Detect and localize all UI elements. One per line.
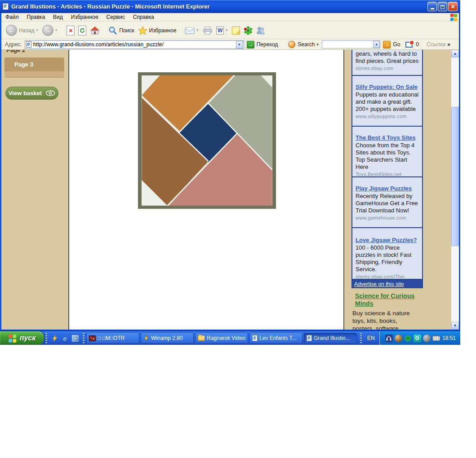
- go2-button[interactable]: → Go: [380, 41, 403, 48]
- favorites-button[interactable]: Избранное: [136, 25, 178, 36]
- ie-page-icon: [252, 335, 258, 341]
- sidebar-item-page2[interactable]: Page 2: [6, 50, 25, 53]
- search-dropdown-icon[interactable]: ▼: [316, 43, 319, 47]
- home-button[interactable]: [88, 25, 102, 36]
- ad-url-link[interactable]: stores.ebay.com: [356, 65, 419, 71]
- ad-url-link[interactable]: www.gamehouse.com: [356, 215, 419, 221]
- task-label: Winamp 2.80: [151, 335, 183, 341]
- go-label: Переход: [257, 41, 278, 48]
- ad-url-link[interactable]: stores.ebay.com/The-Enchante: [356, 273, 419, 280]
- popup-blocker-button[interactable]: 0: [403, 41, 422, 48]
- menu-edit[interactable]: Правка: [23, 13, 49, 21]
- favorites-star-icon: [138, 26, 147, 35]
- page-viewport: Page 2 Page 3 View basket: [1, 50, 459, 330]
- messenger-people-icon: [256, 26, 265, 35]
- menu-favorites[interactable]: Избранное: [67, 13, 102, 21]
- task-label: Grand Illustio...: [314, 335, 350, 341]
- menu-help[interactable]: Справка: [129, 13, 158, 21]
- forward-button[interactable]: → ▼: [40, 24, 60, 37]
- language-indicator[interactable]: EN: [364, 333, 378, 343]
- search-button[interactable]: Поиск: [107, 25, 136, 36]
- toolbar-overflow-chevron[interactable]: »: [447, 41, 450, 48]
- task-button-mirc[interactable]: □ □М□OTR: [86, 333, 139, 344]
- icq-button[interactable]: [242, 25, 254, 36]
- quicklaunch-grip[interactable]: [45, 333, 47, 343]
- ad-title-link[interactable]: Play Jigsaw Puzzles: [356, 185, 419, 192]
- ie-page-icon: [3, 3, 9, 10]
- stop-icon: ×: [67, 26, 75, 35]
- quicklaunch-winamp-icon[interactable]: [51, 335, 58, 342]
- quicklaunch-outlook-icon[interactable]: [71, 335, 79, 342]
- mail-dropdown-icon[interactable]: ▼: [196, 28, 199, 32]
- scroll-up-button[interactable]: ▲: [451, 50, 459, 57]
- refresh-button[interactable]: [76, 25, 88, 36]
- taskbar-clock[interactable]: 18:51: [442, 335, 456, 341]
- tray-volume-icon[interactable]: [423, 335, 431, 342]
- ad-title-link[interactable]: The Best 4 Toys Sites: [356, 134, 419, 141]
- print-icon: [203, 26, 213, 35]
- icq-flower-icon: [244, 26, 253, 35]
- science-ad-block: Science for Curious Minds Buy science & …: [352, 292, 421, 330]
- go2-label: Go: [393, 41, 400, 48]
- messenger-button[interactable]: [254, 26, 267, 35]
- search-field[interactable]: ▼: [322, 40, 380, 48]
- tray-bronze-ball-icon[interactable]: [395, 335, 402, 342]
- language-grip[interactable]: [360, 333, 362, 343]
- page3-label: Page 3: [14, 61, 33, 68]
- start-button[interactable]: пуск: [0, 331, 44, 345]
- toolbar-separator: [180, 25, 181, 36]
- task-button-winamp[interactable]: Winamp 2.80: [141, 333, 194, 344]
- stop-button[interactable]: ×: [65, 25, 76, 36]
- ad-body: gears, wheels & hard to find pieces. Gre…: [356, 50, 419, 65]
- view-basket-button[interactable]: View basket: [5, 87, 58, 100]
- standard-toolbar: ← Назад ▼ → ▼ × Поиск: [1, 22, 459, 39]
- print-button[interactable]: [201, 26, 214, 35]
- edit-word-button[interactable]: W ▼: [214, 26, 230, 35]
- menu-tools[interactable]: Сервис: [102, 13, 129, 21]
- word-dropdown-icon[interactable]: ▼: [225, 28, 228, 32]
- restore-button[interactable]: [438, 2, 447, 11]
- science-ad-body: Buy science & nature toys, kits, books, …: [352, 309, 416, 330]
- sidebar-item-page3[interactable]: Page 3: [4, 57, 64, 71]
- advertise-link[interactable]: Advertise on this site: [354, 281, 404, 287]
- back-label: Назад: [19, 27, 34, 34]
- task-button-ie1[interactable]: Les Enfants T...: [249, 333, 303, 344]
- quicklaunch-ie-icon[interactable]: e: [61, 335, 69, 342]
- back-dropdown-icon[interactable]: ▼: [35, 28, 39, 32]
- ad-title-link[interactable]: Silly Puppets: On Sale: [356, 84, 419, 91]
- task-label: □ □М□OTR: [98, 335, 125, 341]
- favorites-label: Избранное: [149, 27, 177, 34]
- address-dropdown-icon[interactable]: ▼: [236, 41, 243, 48]
- close-button[interactable]: ✕: [448, 2, 458, 11]
- ad-url-link[interactable]: www.sillypuppets.com: [356, 113, 419, 119]
- mail-button[interactable]: ▼: [183, 26, 201, 35]
- ad-url-link[interactable]: Toys.Best4Sites.net: [356, 171, 419, 177]
- sticky-note-icon: [232, 26, 240, 35]
- ad-title-link[interactable]: Love Jigsaw Puzzles?: [356, 237, 419, 244]
- tray-icq-icon[interactable]: [404, 335, 412, 342]
- go-button[interactable]: → Переход: [244, 41, 281, 48]
- forward-dropdown-icon[interactable]: ▼: [54, 28, 58, 32]
- notes-button[interactable]: [230, 26, 242, 35]
- scrollbar-thumb[interactable]: [451, 107, 459, 246]
- search-widget[interactable]: Search ▼: [285, 41, 322, 48]
- tray-headphones-icon[interactable]: [385, 335, 393, 342]
- menu-file[interactable]: Файл: [1, 13, 23, 21]
- taskbar-grip[interactable]: [83, 333, 85, 343]
- search-field-dropdown-icon[interactable]: ▼: [373, 41, 380, 48]
- back-button[interactable]: ← Назад ▼: [4, 24, 40, 37]
- task-button-folder[interactable]: Ragnarok Video: [195, 333, 248, 344]
- science-ad-title-link[interactable]: Science for Curious Minds: [352, 292, 421, 308]
- tray-keyboard-icon[interactable]: [432, 336, 440, 341]
- tray-teal-player-icon[interactable]: [414, 335, 421, 342]
- links-label[interactable]: Ссылки: [427, 41, 445, 48]
- scroll-down-button[interactable]: ▼: [451, 322, 459, 330]
- menu-view[interactable]: Вид: [49, 13, 67, 21]
- minimize-button[interactable]: [427, 2, 437, 11]
- vertical-scrollbar[interactable]: ▲ ▼: [451, 50, 459, 330]
- ad-block: Love Jigsaw Puzzles? 100 - 6000 Piece pu…: [352, 228, 422, 280]
- address-input[interactable]: http://www.grand-illusions.com/articles/…: [25, 40, 244, 49]
- task-button-ie2-active[interactable]: Grand Illustio...: [304, 333, 357, 344]
- desktop-screen: Grand Illustions - Articles - Russian Pu…: [0, 0, 460, 345]
- advertise-bar[interactable]: Advertise on this site: [352, 280, 422, 288]
